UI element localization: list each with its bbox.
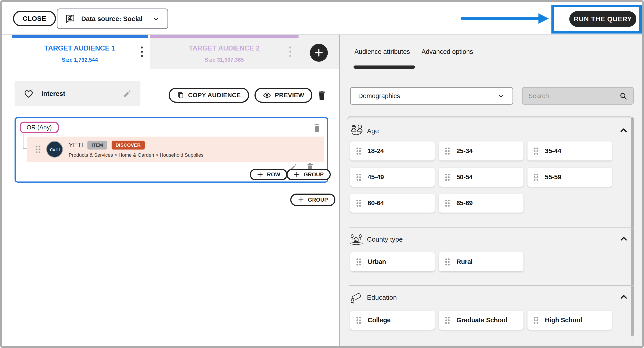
plus-icon [294,171,300,178]
audience-builder-screen: CLOSE Data source: Social RUN THE QUERY [0,0,644,348]
data-source-label: Data source: Social [81,15,143,22]
delete-audience-trash-icon[interactable] [317,89,326,101]
chip-label: 35-44 [545,147,561,155]
copy-audience-label: COPY AUDIENCE [188,92,241,99]
attribute-chip[interactable]: 65-69 [439,194,524,213]
data-source-dropdown[interactable]: Data source: Social [57,8,168,29]
attribute-chip[interactable]: College [350,311,435,330]
tab-audience-1[interactable]: TARGET AUDIENCE 1 Size 1,732,544 [12,38,148,69]
drag-handle-icon[interactable] [356,199,361,207]
chip-label: 18-24 [368,147,384,155]
education-icon [349,290,364,305]
attribute-chip[interactable]: Rural [439,252,524,271]
chip-label: 60-64 [368,199,384,207]
annotation-arrow-head [538,13,549,24]
attribute-chip[interactable]: 35-44 [528,141,612,160]
add-group-outer-button[interactable]: GROUP [290,194,336,206]
attribute-search [522,87,634,105]
category-dropdown-value: Demographics [358,92,400,100]
chip-label: 50-54 [456,173,473,181]
add-group-button[interactable]: GROUP [286,169,331,180]
plus-icon [298,196,304,203]
search-input[interactable] [528,92,619,100]
attribute-chip[interactable]: 55-59 [528,168,612,187]
add-group-label: GROUP [304,171,324,178]
attribute-chip[interactable]: 60-64 [350,194,435,213]
connector-line [23,134,24,149]
drag-handle-icon[interactable] [533,173,539,181]
tab1-title: TARGET AUDIENCE 1 [12,44,148,52]
close-button[interactable]: CLOSE [13,11,56,26]
collapse-county-chevron-up-icon[interactable] [619,234,628,244]
segment-name: Interest [41,90,65,97]
delete-group-trash-icon[interactable] [313,122,321,133]
category-dropdown[interactable]: Demographics [350,87,513,105]
yeti-logo: YETI [46,141,63,158]
add-audience-button[interactable] [310,44,328,62]
connector-line [23,148,27,149]
copy-audience-button[interactable]: COPY AUDIENCE [168,88,249,103]
plus-icon [257,171,264,178]
item-type-badge: ITEM [88,141,107,150]
attribute-chip[interactable]: 50-54 [439,168,524,187]
section-title-education: Education [367,294,397,301]
attribute-chip[interactable]: Urban [350,252,435,271]
add-group-outer-label: GROUP [308,197,328,203]
chip-label: Urban [368,258,386,266]
brand-name: YETI [69,141,83,149]
section-title-age: Age [367,127,379,135]
drag-handle-icon[interactable] [445,316,450,324]
copy-icon [177,91,184,99]
operator-pill[interactable]: OR (Any) [20,122,59,133]
edit-segment-pencil-icon[interactable] [123,89,132,98]
attribute-chip[interactable]: 18-24 [350,141,435,160]
county-type-icon [348,232,363,247]
search-icon[interactable] [619,91,628,100]
chip-label: Graduate School [456,317,507,324]
drag-handle-icon[interactable] [445,147,450,155]
header-bar: CLOSE Data source: Social RUN THE QUERY [2,2,642,34]
section-title-county-type: County type [367,236,403,243]
drag-handle-icon[interactable] [533,316,539,324]
section-divider [349,285,634,286]
attribute-chip[interactable]: Graduate School [439,311,524,330]
drag-handle-icon[interactable] [356,258,361,266]
collapse-education-chevron-up-icon[interactable] [619,292,628,302]
eye-icon [263,91,271,99]
chip-label: High School [545,317,582,324]
drag-handle-icon[interactable] [445,173,450,181]
tab2-size: Size 31,907,365 [150,57,298,63]
chip-label: 65-69 [456,199,473,207]
drag-handle-icon[interactable] [445,258,450,266]
tab-audience-2[interactable]: TARGET AUDIENCE 2 Size 31,907,365 [150,38,298,69]
drag-handle-icon[interactable] [445,199,450,207]
run-query-button[interactable]: RUN THE QUERY [569,11,636,27]
chip-label: 55-59 [545,173,561,181]
preview-label: PREVIEW [275,92,304,99]
chip-label: College [368,317,391,324]
tab-audience-attributes[interactable]: Audience attributes [354,48,410,55]
query-group: OR (Any) YETI YETI ITEM DISCOVER Product… [14,117,328,183]
collapse-age-chevron-up-icon[interactable] [619,125,628,136]
data-source-icon [65,14,75,24]
chip-label: Rural [456,258,473,266]
active-tab-underline [354,65,415,69]
drag-handle-icon[interactable] [356,316,361,324]
attribute-chip[interactable]: High School [528,311,612,330]
attribute-chip[interactable]: 25-34 [439,141,524,160]
tab1-kebab-menu-icon[interactable] [140,46,143,57]
tabs-divider [340,69,642,69]
attribute-chip[interactable]: 45-49 [350,168,435,187]
preview-button[interactable]: PREVIEW [254,88,312,103]
segment-card-interest: Interest [14,81,140,106]
drag-handle-icon[interactable] [356,147,361,155]
age-icon [350,124,364,138]
drag-handle-icon[interactable] [533,147,539,155]
add-row-button[interactable]: ROW [250,169,287,180]
tab-advanced-options[interactable]: Advanced options [422,48,473,55]
drag-handle-icon[interactable] [356,173,361,181]
drag-handle-icon[interactable] [35,145,41,154]
discover-source-badge: DISCOVER [112,141,145,150]
tab2-kebab-menu-icon[interactable] [289,46,292,57]
heart-icon [24,88,34,99]
